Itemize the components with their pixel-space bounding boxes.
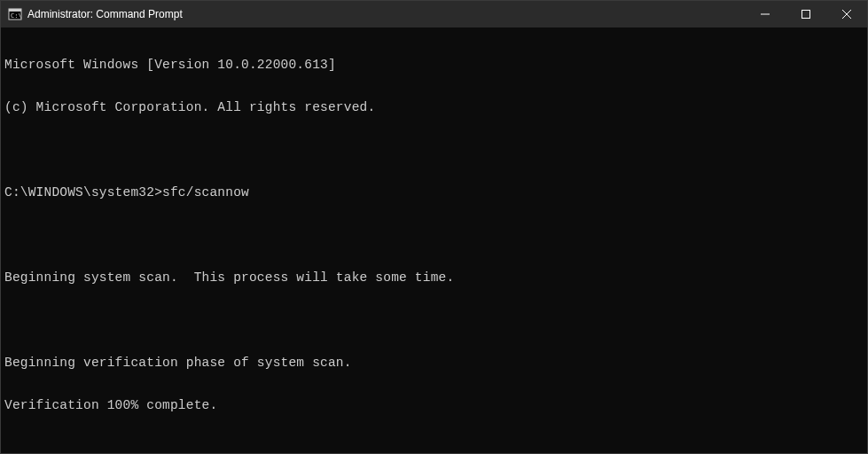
blank-line [4,143,864,157]
output-line: (c) Microsoft Corporation. All rights re… [4,100,864,114]
minimize-button[interactable] [745,1,786,27]
command-input: sfc/scannow [162,185,249,200]
window-title: Administrator: Command Prompt [27,8,183,20]
terminal-output[interactable]: Microsoft Windows [Version 10.0.22000.61… [1,27,867,453]
output-line: Beginning verification phase of system s… [4,356,864,370]
blank-line [4,313,864,327]
maximize-button[interactable] [786,1,826,27]
svg-rect-1 [9,9,21,12]
output-line: Verification 100% complete. [4,398,864,412]
blank-line [4,228,864,242]
blank-line [4,441,864,453]
cmd-icon: C:\ [8,7,22,21]
prompt-path: C:\WINDOWS\system32> [4,185,162,200]
command-prompt-window: C:\ Administrator: Command Prompt Micros… [0,0,868,454]
svg-text:C:\: C:\ [11,12,22,20]
svg-rect-4 [802,11,810,19]
window-controls [745,1,867,27]
output-line: Microsoft Windows [Version 10.0.22000.61… [4,58,864,72]
titlebar[interactable]: C:\ Administrator: Command Prompt [1,1,867,27]
titlebar-left: C:\ Administrator: Command Prompt [8,7,183,21]
output-line: Beginning system scan. This process will… [4,270,864,285]
prompt-line: C:\WINDOWS\system32>sfc/scannow [4,185,864,200]
close-button[interactable] [826,1,867,27]
